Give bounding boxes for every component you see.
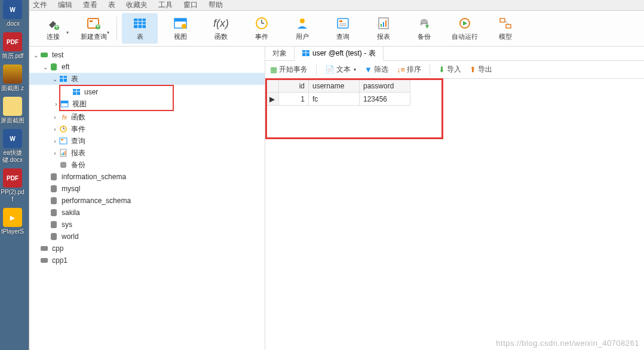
toolbar-autorun[interactable]: 自动运行 <box>447 13 483 44</box>
menu-tools[interactable]: 工具 <box>158 0 173 10</box>
filter-icon: ▼ <box>364 65 372 74</box>
svg-rect-23 <box>381 24 382 27</box>
database-icon <box>50 173 58 181</box>
menu-window[interactable]: 窗口 <box>183 0 198 10</box>
cell[interactable]: fc <box>309 93 360 106</box>
backup-icon <box>417 17 431 30</box>
column-header[interactable]: username <box>309 79 360 93</box>
navicat-app: 文件 编辑 查看 表 收藏夹 工具 窗口 帮助 + 连接▾ + 新建查询▾ 表 … <box>29 0 644 350</box>
tree-database[interactable]: world <box>29 231 265 242</box>
tree-connection[interactable]: cpp <box>29 242 265 254</box>
desktop-file[interactable]: 面截图.z <box>0 65 25 92</box>
query2-icon <box>336 17 350 30</box>
desktop-file[interactable]: Wea快捷键.docx <box>0 129 25 164</box>
svg-rect-29 <box>506 24 511 28</box>
menu-file[interactable]: 文件 <box>33 0 47 10</box>
desktop-file[interactable]: 屏面截图 <box>0 97 25 124</box>
tree-connection[interactable]: cpp1 <box>29 254 265 266</box>
connection-icon <box>40 256 48 265</box>
toolbar-user[interactable]: 用户 <box>284 13 320 44</box>
plug-icon: + <box>46 17 60 30</box>
tab-table-data[interactable]: user @eft (test) - 表 <box>295 47 384 61</box>
svg-point-17 <box>300 19 305 23</box>
export-button[interactable]: ⬆导出 <box>470 65 492 75</box>
query-icon <box>59 137 68 145</box>
toolbar-new-query[interactable]: + 新建查询▾ <box>76 13 112 44</box>
auto-icon <box>458 17 472 30</box>
table-icon <box>302 49 310 57</box>
text-view-button[interactable]: 📄文本▾ <box>325 65 356 75</box>
tree-functions-node[interactable]: ›fx函数 <box>29 111 265 123</box>
tree-views-node[interactable]: ›视图 <box>52 98 173 110</box>
menu-bar: 文件 编辑 查看 表 收藏夹 工具 窗口 帮助 <box>29 0 644 11</box>
tree-database[interactable]: performance_schema <box>29 195 265 207</box>
menu-help[interactable]: 帮助 <box>208 0 223 10</box>
svg-rect-24 <box>383 22 384 27</box>
backup-icon <box>59 161 68 169</box>
desktop-file[interactable]: ▶tPlayerS <box>0 208 25 235</box>
import-button[interactable]: ⬇导入 <box>438 65 461 75</box>
tree-table-user[interactable]: user <box>60 86 173 98</box>
cell[interactable]: 1 <box>279 93 309 106</box>
desktop-file[interactable]: PDF简历.pdf <box>0 32 25 60</box>
text-icon: 📄 <box>325 65 335 74</box>
desktop-file[interactable]: PDFPP(2).pdf <box>0 168 25 203</box>
begin-transaction-button[interactable]: ▦开始事务 <box>270 65 308 75</box>
report-icon <box>376 17 391 30</box>
svg-rect-44 <box>60 138 67 144</box>
row-indicator-icon: ▶ <box>266 93 279 106</box>
toolbar-model[interactable]: 模型 <box>487 13 523 44</box>
menu-favorites[interactable]: 收藏夹 <box>126 0 148 10</box>
sort-button[interactable]: ↓≡排序 <box>397 65 421 75</box>
svg-rect-31 <box>41 53 48 57</box>
toolbar-connection[interactable]: + 连接▾ <box>35 13 71 44</box>
tree-reports-node[interactable]: ›报表 <box>29 147 265 159</box>
svg-rect-48 <box>63 152 65 155</box>
import-icon: ⬇ <box>438 65 445 74</box>
toolbar-backup[interactable]: 备份 <box>406 13 442 44</box>
clock-icon <box>254 17 269 30</box>
table-icon <box>59 75 68 83</box>
tree-backups-node[interactable]: 备份 <box>29 159 265 171</box>
database-icon <box>50 220 58 229</box>
svg-rect-57 <box>41 246 48 251</box>
toolbar-function[interactable]: f(x) 函数 <box>203 13 239 44</box>
tree-queries-node[interactable]: ›查询 <box>29 135 265 147</box>
sort-icon: ↓≡ <box>397 65 405 74</box>
grid-header-row: id username password <box>266 79 410 93</box>
toolbar-table[interactable]: 表 <box>122 13 158 44</box>
tree-database[interactable]: ⌄eft <box>29 61 265 73</box>
menu-table[interactable]: 表 <box>108 0 115 10</box>
menu-view[interactable]: 查看 <box>83 0 97 10</box>
data-grid: id username password ▶ 1 fc 123456 <box>265 79 644 350</box>
toolbar-query[interactable]: 查询 <box>325 13 361 44</box>
filter-button[interactable]: ▼筛选 <box>364 65 388 75</box>
menu-edit[interactable]: 编辑 <box>58 0 72 10</box>
toolbar-event[interactable]: 事件 <box>244 13 280 44</box>
tree-tables-node[interactable]: ⌄表 <box>29 73 265 85</box>
column-header[interactable]: password <box>360 79 410 93</box>
tree-connection[interactable]: ⌄test <box>29 49 265 61</box>
tree-database[interactable]: sys <box>29 219 265 231</box>
toolbar-report[interactable]: 报表 <box>366 13 401 44</box>
svg-rect-58 <box>41 258 48 263</box>
tree-database[interactable]: mysql <box>29 183 265 195</box>
view-icon <box>60 100 69 108</box>
column-header[interactable]: id <box>279 79 309 93</box>
table-icon <box>133 17 147 30</box>
tree-database[interactable]: information_schema <box>29 171 265 183</box>
table-icon <box>72 88 81 96</box>
toolbar-view[interactable]: 视图 <box>162 13 198 44</box>
svg-rect-18 <box>338 19 348 28</box>
tab-objects[interactable]: 对象 <box>265 47 295 60</box>
desktop-file[interactable]: W.docx <box>0 0 25 27</box>
tree-database[interactable]: sakila <box>29 207 265 219</box>
tree-events-node[interactable]: ›事件 <box>29 123 265 135</box>
table-row[interactable]: ▶ 1 fc 123456 <box>266 93 410 106</box>
cell[interactable]: 123456 <box>360 93 410 106</box>
database-icon <box>50 185 58 193</box>
user-icon <box>295 17 309 30</box>
fx-icon: f(x) <box>203 16 239 31</box>
transaction-icon: ▦ <box>270 65 277 74</box>
main-toolbar: + 连接▾ + 新建查询▾ 表 视图 f(x) 函数 事件 用户 <box>29 11 644 47</box>
